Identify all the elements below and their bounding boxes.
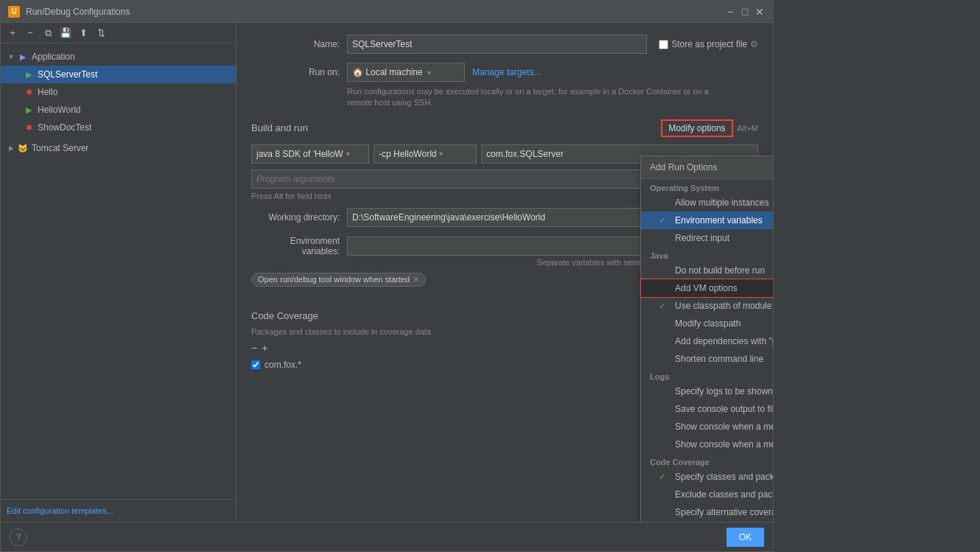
run-on-row: Run on: 🏠 Local machine ▾ Manage targets… — [251, 63, 758, 82]
sidebar-item-sqlservertest[interactable]: ▶ SQLServerTest — [1, 66, 236, 83]
bottom-buttons: OK — [727, 528, 764, 547]
ok-button[interactable]: OK — [727, 528, 764, 547]
dropdown-arrow-icon: ▾ — [427, 69, 431, 77]
dropdown-item-shorten-cmd[interactable]: Shorten command line — [641, 350, 773, 368]
specify-classes-label: Specify classes and packages — [675, 472, 773, 482]
working-dir-label: Working directory: — [251, 212, 347, 223]
modify-options-button[interactable]: Modify options — [661, 119, 732, 137]
dropdown-item-modify-classpath[interactable]: Modify classpath — [641, 315, 773, 332]
sort-button[interactable]: ⇅ — [94, 26, 108, 41]
title-bar: U Run/Debug Configurations − □ ✕ — [1, 1, 773, 23]
copy-config-button[interactable]: ⧉ — [41, 26, 55, 41]
main-content: + − ⧉ 💾 ⬆ ⇅ ▼ ▶ Application ▶ SQLS — [1, 23, 773, 522]
show-console-stderr-label: Show console when a message is printed t… — [675, 439, 773, 450]
dropdown-item-use-classpath[interactable]: ✓ Use classpath of module Alt+O — [641, 297, 773, 315]
dropdown-section-java: Java — [641, 247, 773, 262]
env-vars-label: Environment variables: — [251, 236, 347, 256]
sidebar: + − ⧉ 💾 ⬆ ⇅ ▼ ▶ Application ▶ SQLS — [1, 23, 237, 522]
sidebar-item-tomcat[interactable]: ▶ 🐱 Tomcat Server — [1, 139, 236, 157]
dropdown-item-use-tracing[interactable]: Use tracing — [641, 521, 773, 522]
tool-window-chip-close[interactable]: ✕ — [413, 275, 419, 284]
use-classpath-label: Use classpath of module — [675, 301, 771, 311]
close-button[interactable]: ✕ — [754, 6, 766, 18]
dropdown-item-show-console-stdout[interactable]: Show console when a message is printed t… — [641, 418, 773, 436]
build-run-title: Build and run — [251, 122, 308, 133]
dropdown-item-logs-console[interactable]: Specify logs to be shown in console — [641, 382, 773, 400]
dropdown-item-add-deps[interactable]: Add dependencies with "provided" scope t… — [641, 332, 773, 350]
tool-window-chip: Open run/debug tool window when started … — [251, 273, 426, 287]
dropdown-item-alt-coverage-runner[interactable]: Specify alternative coverage runner — [641, 503, 773, 521]
dropdown-item-add-vm[interactable]: Add VM options Alt+V — [641, 279, 773, 297]
run-on-label: Run on: — [251, 67, 347, 77]
sidebar-footer: Edit configuration templates... — [1, 499, 236, 522]
store-as-project-checkbox[interactable] — [659, 40, 668, 49]
sidebar-item-showdoctest[interactable]: ✱ ShowDocTest — [1, 119, 236, 136]
maximize-button[interactable]: □ — [739, 6, 751, 18]
edit-templates-link[interactable]: Edit configuration templates... — [7, 506, 113, 515]
build-run-section-header: Build and run Modify options Alt+M — [251, 119, 758, 137]
remove-config-button[interactable]: − — [23, 26, 38, 41]
add-config-button[interactable]: + — [5, 26, 20, 41]
tomcat-icon: 🐱 — [17, 142, 29, 154]
save-config-button[interactable]: 💾 — [58, 26, 73, 41]
name-row: Name: Store as project file ⚙ — [251, 35, 758, 54]
name-input[interactable] — [347, 35, 647, 54]
expand-arrow-tomcat-icon: ▶ — [7, 144, 15, 153]
dropdown-item-env-vars[interactable]: ✓ Environment variables Alt+E — [641, 212, 773, 229]
help-icon: ? — [16, 532, 21, 542]
showdoctest-label: ShowDocTest — [38, 122, 91, 133]
save-console-label: Save console output to file — [675, 404, 773, 414]
sdk-select[interactable]: java 8 SDK of 'HelloW ▾ — [251, 144, 369, 164]
add-deps-label: Add dependencies with "provided" scope t… — [675, 336, 773, 346]
alt-coverage-label: Specify alternative coverage runner — [675, 507, 773, 517]
dropdown-item-save-console[interactable]: Save console output to file — [641, 400, 773, 418]
show-console-stdout-label: Show console when a message is printed t… — [675, 422, 773, 432]
move-up-button[interactable]: ⬆ — [76, 26, 91, 41]
dropdown-section-logs: Logs — [641, 368, 773, 382]
manage-targets-link[interactable]: Manage targets... — [472, 67, 541, 77]
help-button[interactable]: ? — [10, 528, 27, 546]
dropdown-item-redirect-input[interactable]: Redirect input — [641, 229, 773, 247]
modify-options-area: Modify options Alt+M — [661, 119, 758, 137]
window-title: Run/Debug Configurations — [26, 7, 724, 17]
coverage-add-button[interactable]: + — [262, 342, 267, 354]
application-group-label: Application — [32, 52, 75, 62]
sidebar-item-helloworld[interactable]: ▶ HelloWorld — [1, 101, 236, 119]
dropdown-item-allow-multiple[interactable]: Allow multiple instances Alt+U — [641, 194, 773, 212]
sidebar-tree: ▼ ▶ Application ▶ SQLServerTest ✱ Hello … — [1, 43, 236, 499]
sdk-label: java 8 SDK of 'HelloW — [256, 149, 343, 159]
cp-arrow-icon: ▾ — [439, 150, 443, 158]
coverage-item-checkbox[interactable] — [251, 360, 260, 369]
minimize-button[interactable]: − — [724, 6, 736, 18]
cp-label: -cp HelloWorld — [379, 149, 436, 159]
helloworld-label: HelloWorld — [38, 105, 80, 115]
gear-icon[interactable]: ⚙ — [750, 39, 758, 49]
sdk-arrow-icon: ▾ — [346, 150, 350, 158]
logs-console-label: Specify logs to be shown in console — [675, 386, 773, 396]
dropdown-item-show-console-stderr[interactable]: Show console when a message is printed t… — [641, 436, 773, 453]
coverage-item-label: com.fox.* — [265, 360, 301, 370]
local-machine-label: 🏠 Local machine — [352, 67, 423, 77]
bottom-bar: ? OK — [1, 522, 773, 551]
cp-select[interactable]: -cp HelloWorld ▾ — [374, 144, 477, 164]
shorten-cmd-label: Shorten command line — [675, 354, 763, 364]
sidebar-item-hello[interactable]: ✱ Hello — [1, 83, 236, 101]
env-vars-dropdown-label: Environment variables — [675, 215, 763, 226]
dropdown-item-no-build[interactable]: Do not build before run — [641, 262, 773, 279]
coverage-remove-button[interactable]: − — [251, 342, 257, 354]
sidebar-item-application[interactable]: ▼ ▶ Application — [1, 48, 236, 66]
right-panel: Name: Store as project file ⚙ Run on: 🏠 … — [237, 23, 773, 522]
expand-arrow-icon: ▼ — [7, 52, 15, 61]
run-on-select[interactable]: 🏠 Local machine ▾ — [347, 63, 465, 82]
sqlservertest-label: SQLServerTest — [38, 69, 97, 80]
run-debug-window: U Run/Debug Configurations − □ ✕ + − ⧉ 💾… — [0, 0, 774, 552]
store-as-project-label: Store as project file — [671, 39, 747, 49]
dropdown-item-specify-classes[interactable]: ✓ Specify classes and packages — [641, 468, 773, 486]
sidebar-toolbar: + − ⧉ 💾 ⬆ ⇅ — [1, 23, 236, 43]
hello-label: Hello — [38, 87, 57, 97]
application-icon: ▶ — [17, 51, 29, 63]
modify-classpath-label: Modify classpath — [675, 318, 741, 329]
redirect-input-label: Redirect input — [675, 233, 729, 243]
dropdown-item-exclude-classes[interactable]: Exclude classes and packages — [641, 486, 773, 503]
no-build-label: Do not build before run — [675, 265, 765, 276]
